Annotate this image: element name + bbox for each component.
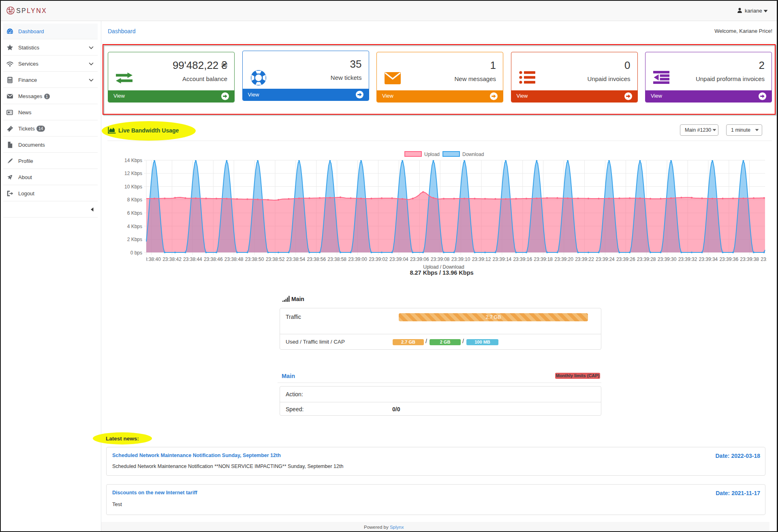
svg-text:23:38:46: 23:38:46 (204, 256, 223, 262)
svg-text:23:39:24: 23:39:24 (596, 256, 615, 262)
svg-text:8 Kbps: 8 Kbps (127, 197, 142, 203)
svg-text:23:39:34: 23:39:34 (699, 256, 718, 262)
svg-text:23:38:58: 23:38:58 (327, 256, 346, 262)
svg-text:23:39:28: 23:39:28 (637, 256, 656, 262)
svg-text:23:38:42: 23:38:42 (162, 256, 182, 262)
svg-text:23:39:30: 23:39:30 (658, 256, 677, 262)
svg-text:Download: Download (462, 152, 484, 157)
svg-text:12 Kbps: 12 Kbps (124, 171, 142, 176)
svg-text:23:38:48: 23:38:48 (224, 256, 244, 262)
svg-text:Upload: Upload (424, 152, 440, 157)
svg-text:23:38:56: 23:38:56 (307, 256, 326, 262)
svg-text:23:39:22: 23:39:22 (575, 256, 594, 262)
svg-text:23:39:12: 23:39:12 (472, 256, 491, 262)
svg-text:23:38:52: 23:38:52 (266, 256, 285, 262)
svg-text:2 Kbps: 2 Kbps (127, 237, 142, 242)
svg-text:23:39:16: 23:39:16 (513, 256, 532, 262)
svg-text:23:38:54: 23:38:54 (286, 256, 306, 262)
svg-text:23:39:26: 23:39:26 (616, 256, 635, 262)
svg-text:23:39:02: 23:39:02 (369, 256, 388, 262)
svg-text:23:39:38: 23:39:38 (740, 256, 759, 262)
svg-text:23:39:14: 23:39:14 (493, 256, 512, 262)
svg-text:23:39:10: 23:39:10 (451, 256, 470, 262)
svg-text:0 bps: 0 bps (130, 250, 142, 256)
svg-text:10 Kbps: 10 Kbps (124, 184, 142, 190)
svg-text:23:39:18: 23:39:18 (534, 256, 553, 262)
svg-text:23:38:50: 23:38:50 (245, 256, 264, 262)
svg-text:23:39:04: 23:39:04 (389, 256, 408, 262)
svg-text:23:39:00: 23:39:00 (348, 256, 367, 262)
svg-text:23:39:32: 23:39:32 (678, 256, 697, 262)
svg-text:23:39:36: 23:39:36 (719, 256, 738, 262)
svg-text:23:38:44: 23:38:44 (183, 256, 202, 262)
svg-text:4 Kbps: 4 Kbps (127, 224, 142, 229)
svg-text:14 Kbps: 14 Kbps (124, 158, 142, 163)
svg-text:23:39:08: 23:39:08 (431, 256, 450, 262)
svg-text:23:39:06: 23:39:06 (410, 256, 429, 262)
svg-text:23:39:20: 23:39:20 (554, 256, 573, 262)
svg-text:6 Kbps: 6 Kbps (127, 210, 142, 216)
